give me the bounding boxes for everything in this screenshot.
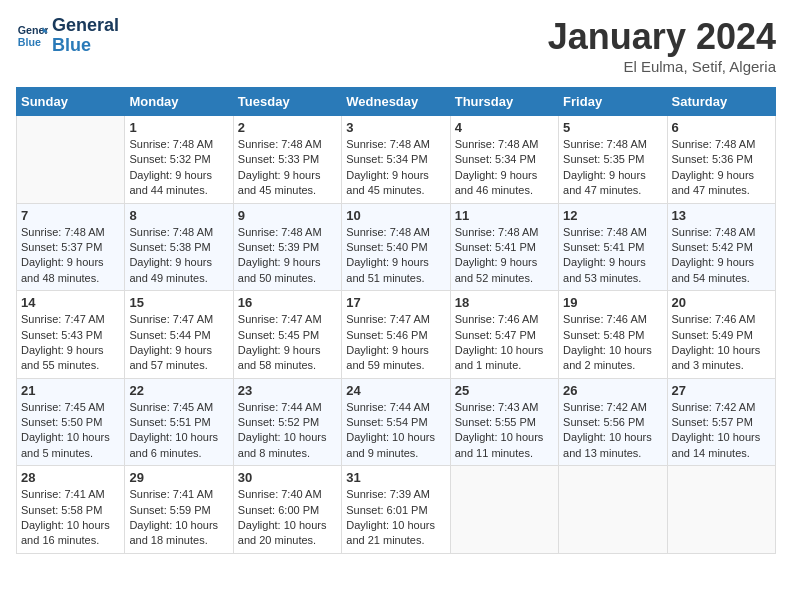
day-info: Sunrise: 7:48 AM Sunset: 5:34 PM Dayligh… — [346, 137, 445, 199]
day-number: 20 — [672, 295, 771, 310]
calendar-cell: 22Sunrise: 7:45 AM Sunset: 5:51 PM Dayli… — [125, 378, 233, 466]
calendar-cell: 15Sunrise: 7:47 AM Sunset: 5:44 PM Dayli… — [125, 291, 233, 379]
logo: General Blue General Blue — [16, 16, 119, 56]
day-number: 6 — [672, 120, 771, 135]
day-number: 29 — [129, 470, 228, 485]
calendar-cell: 7Sunrise: 7:48 AM Sunset: 5:37 PM Daylig… — [17, 203, 125, 291]
day-info: Sunrise: 7:44 AM Sunset: 5:54 PM Dayligh… — [346, 400, 445, 462]
day-info: Sunrise: 7:46 AM Sunset: 5:48 PM Dayligh… — [563, 312, 662, 374]
day-number: 25 — [455, 383, 554, 398]
day-number: 12 — [563, 208, 662, 223]
calendar-cell: 3Sunrise: 7:48 AM Sunset: 5:34 PM Daylig… — [342, 116, 450, 204]
calendar-week-row: 21Sunrise: 7:45 AM Sunset: 5:50 PM Dayli… — [17, 378, 776, 466]
day-info: Sunrise: 7:48 AM Sunset: 5:33 PM Dayligh… — [238, 137, 337, 199]
weekday-header-tuesday: Tuesday — [233, 88, 341, 116]
day-number: 16 — [238, 295, 337, 310]
day-number: 23 — [238, 383, 337, 398]
calendar-cell: 8Sunrise: 7:48 AM Sunset: 5:38 PM Daylig… — [125, 203, 233, 291]
month-year-title: January 2024 — [548, 16, 776, 58]
calendar-table: SundayMondayTuesdayWednesdayThursdayFrid… — [16, 87, 776, 554]
day-info: Sunrise: 7:44 AM Sunset: 5:52 PM Dayligh… — [238, 400, 337, 462]
calendar-cell: 18Sunrise: 7:46 AM Sunset: 5:47 PM Dayli… — [450, 291, 558, 379]
day-number: 10 — [346, 208, 445, 223]
calendar-cell — [450, 466, 558, 554]
svg-text:Blue: Blue — [18, 36, 41, 48]
day-info: Sunrise: 7:47 AM Sunset: 5:44 PM Dayligh… — [129, 312, 228, 374]
day-info: Sunrise: 7:48 AM Sunset: 5:42 PM Dayligh… — [672, 225, 771, 287]
calendar-cell: 28Sunrise: 7:41 AM Sunset: 5:58 PM Dayli… — [17, 466, 125, 554]
calendar-header: SundayMondayTuesdayWednesdayThursdayFrid… — [17, 88, 776, 116]
day-number: 9 — [238, 208, 337, 223]
logo-icon: General Blue — [16, 20, 48, 52]
day-number: 22 — [129, 383, 228, 398]
calendar-cell: 20Sunrise: 7:46 AM Sunset: 5:49 PM Dayli… — [667, 291, 775, 379]
day-info: Sunrise: 7:43 AM Sunset: 5:55 PM Dayligh… — [455, 400, 554, 462]
calendar-cell: 17Sunrise: 7:47 AM Sunset: 5:46 PM Dayli… — [342, 291, 450, 379]
calendar-body: 1Sunrise: 7:48 AM Sunset: 5:32 PM Daylig… — [17, 116, 776, 554]
weekday-header-thursday: Thursday — [450, 88, 558, 116]
calendar-cell: 4Sunrise: 7:48 AM Sunset: 5:34 PM Daylig… — [450, 116, 558, 204]
day-number: 27 — [672, 383, 771, 398]
day-number: 3 — [346, 120, 445, 135]
calendar-cell: 13Sunrise: 7:48 AM Sunset: 5:42 PM Dayli… — [667, 203, 775, 291]
title-block: January 2024 El Eulma, Setif, Algeria — [548, 16, 776, 75]
day-info: Sunrise: 7:41 AM Sunset: 5:59 PM Dayligh… — [129, 487, 228, 549]
day-number: 14 — [21, 295, 120, 310]
calendar-week-row: 28Sunrise: 7:41 AM Sunset: 5:58 PM Dayli… — [17, 466, 776, 554]
calendar-cell: 23Sunrise: 7:44 AM Sunset: 5:52 PM Dayli… — [233, 378, 341, 466]
location-subtitle: El Eulma, Setif, Algeria — [548, 58, 776, 75]
day-info: Sunrise: 7:48 AM Sunset: 5:35 PM Dayligh… — [563, 137, 662, 199]
weekday-header-row: SundayMondayTuesdayWednesdayThursdayFrid… — [17, 88, 776, 116]
day-info: Sunrise: 7:48 AM Sunset: 5:41 PM Dayligh… — [455, 225, 554, 287]
calendar-cell: 21Sunrise: 7:45 AM Sunset: 5:50 PM Dayli… — [17, 378, 125, 466]
day-number: 18 — [455, 295, 554, 310]
calendar-cell: 24Sunrise: 7:44 AM Sunset: 5:54 PM Dayli… — [342, 378, 450, 466]
day-info: Sunrise: 7:41 AM Sunset: 5:58 PM Dayligh… — [21, 487, 120, 549]
calendar-cell — [559, 466, 667, 554]
day-info: Sunrise: 7:48 AM Sunset: 5:38 PM Dayligh… — [129, 225, 228, 287]
day-info: Sunrise: 7:40 AM Sunset: 6:00 PM Dayligh… — [238, 487, 337, 549]
day-info: Sunrise: 7:46 AM Sunset: 5:47 PM Dayligh… — [455, 312, 554, 374]
calendar-cell: 1Sunrise: 7:48 AM Sunset: 5:32 PM Daylig… — [125, 116, 233, 204]
page-header: General Blue General Blue January 2024 E… — [16, 16, 776, 75]
day-info: Sunrise: 7:48 AM Sunset: 5:37 PM Dayligh… — [21, 225, 120, 287]
calendar-cell: 10Sunrise: 7:48 AM Sunset: 5:40 PM Dayli… — [342, 203, 450, 291]
calendar-cell: 19Sunrise: 7:46 AM Sunset: 5:48 PM Dayli… — [559, 291, 667, 379]
day-info: Sunrise: 7:48 AM Sunset: 5:34 PM Dayligh… — [455, 137, 554, 199]
logo-text: General Blue — [52, 16, 119, 56]
calendar-cell: 26Sunrise: 7:42 AM Sunset: 5:56 PM Dayli… — [559, 378, 667, 466]
day-info: Sunrise: 7:48 AM Sunset: 5:41 PM Dayligh… — [563, 225, 662, 287]
day-number: 19 — [563, 295, 662, 310]
day-info: Sunrise: 7:45 AM Sunset: 5:51 PM Dayligh… — [129, 400, 228, 462]
calendar-cell: 30Sunrise: 7:40 AM Sunset: 6:00 PM Dayli… — [233, 466, 341, 554]
calendar-week-row: 7Sunrise: 7:48 AM Sunset: 5:37 PM Daylig… — [17, 203, 776, 291]
calendar-cell: 9Sunrise: 7:48 AM Sunset: 5:39 PM Daylig… — [233, 203, 341, 291]
day-number: 30 — [238, 470, 337, 485]
day-info: Sunrise: 7:45 AM Sunset: 5:50 PM Dayligh… — [21, 400, 120, 462]
day-info: Sunrise: 7:46 AM Sunset: 5:49 PM Dayligh… — [672, 312, 771, 374]
calendar-cell — [17, 116, 125, 204]
day-number: 26 — [563, 383, 662, 398]
calendar-cell: 25Sunrise: 7:43 AM Sunset: 5:55 PM Dayli… — [450, 378, 558, 466]
day-number: 4 — [455, 120, 554, 135]
day-number: 21 — [21, 383, 120, 398]
day-info: Sunrise: 7:42 AM Sunset: 5:56 PM Dayligh… — [563, 400, 662, 462]
day-number: 15 — [129, 295, 228, 310]
day-number: 7 — [21, 208, 120, 223]
calendar-cell: 6Sunrise: 7:48 AM Sunset: 5:36 PM Daylig… — [667, 116, 775, 204]
day-info: Sunrise: 7:48 AM Sunset: 5:36 PM Dayligh… — [672, 137, 771, 199]
day-info: Sunrise: 7:47 AM Sunset: 5:46 PM Dayligh… — [346, 312, 445, 374]
calendar-cell — [667, 466, 775, 554]
day-info: Sunrise: 7:47 AM Sunset: 5:43 PM Dayligh… — [21, 312, 120, 374]
day-info: Sunrise: 7:39 AM Sunset: 6:01 PM Dayligh… — [346, 487, 445, 549]
day-number: 5 — [563, 120, 662, 135]
weekday-header-monday: Monday — [125, 88, 233, 116]
day-number: 8 — [129, 208, 228, 223]
calendar-cell: 27Sunrise: 7:42 AM Sunset: 5:57 PM Dayli… — [667, 378, 775, 466]
day-info: Sunrise: 7:48 AM Sunset: 5:39 PM Dayligh… — [238, 225, 337, 287]
day-number: 1 — [129, 120, 228, 135]
day-number: 24 — [346, 383, 445, 398]
day-number: 13 — [672, 208, 771, 223]
calendar-cell: 16Sunrise: 7:47 AM Sunset: 5:45 PM Dayli… — [233, 291, 341, 379]
day-number: 2 — [238, 120, 337, 135]
